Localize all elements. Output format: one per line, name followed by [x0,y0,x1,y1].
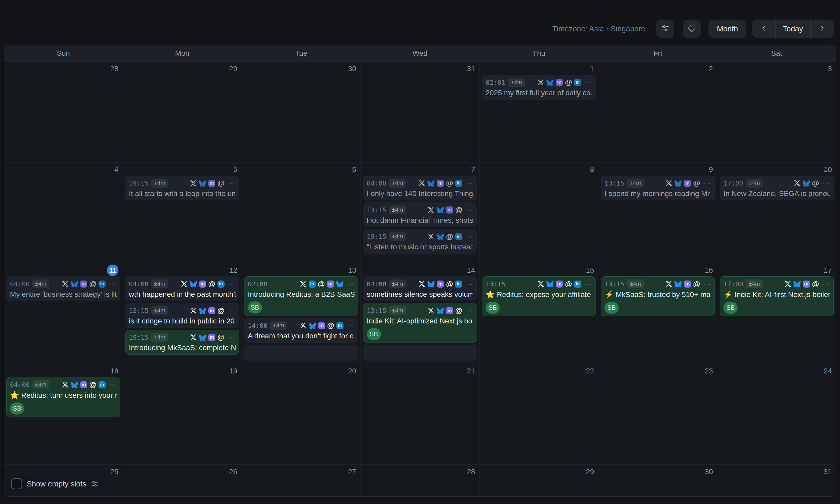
more-options-icon[interactable]: ⋯ [347,280,355,288]
event-card-clipped[interactable] [244,345,358,361]
more-options-icon[interactable]: ⋯ [822,179,830,187]
threads-icon: @ [218,179,225,187]
event-time: 04:00 [10,280,30,288]
day-cell: 3 [717,62,836,162]
more-options-icon[interactable]: ⋯ [466,306,473,315]
event-card-clipped[interactable] [363,345,477,361]
event-card[interactable]: 14:00±4mm@in⋯A dream that you don’t figh… [244,318,358,343]
more-options-icon[interactable]: ⋯ [466,280,473,288]
toolbar: Timezone: Asia › Singapore Month Today [552,20,834,38]
slots-settings-button[interactable] [91,480,99,488]
date-number: 17 [824,266,832,274]
event-header: 13:15±4mm@⋯ [367,306,474,316]
event-card[interactable]: 19:15±4m@in⋯“Listen to music or sports i… [363,229,477,254]
day-cell: 102:01±4mm@in⋯2025 my first full year of… [479,62,598,162]
event-time: 13:15 [367,206,387,214]
event-title: I only have 140 Interesting Things... [367,190,474,198]
event-card[interactable]: 02:01±4mm@in⋯2025 my first full year of … [482,75,596,100]
event-card[interactable]: 19:15±4mm@⋯It all starts with a leap int… [125,176,239,200]
event-title: wth happened in the past month?... [129,290,236,299]
day-cell: 1017:00±4m@⋯In New Zealand, SEGA is pron… [717,162,836,263]
day-cell: 22 [479,364,598,465]
day-events [4,175,123,263]
event-card[interactable]: 13:15±4mm@⋯Indie Kit: AI-optimized Next.… [363,303,477,343]
date-row: 21 [361,364,479,377]
date-row: 4 [4,162,123,175]
event-card[interactable]: 13:15±4mm@⋯is it cringe to build in publ… [125,303,239,328]
date-row: 6 [242,162,361,175]
bluesky-icon [309,322,316,329]
next-month-button[interactable] [811,20,834,38]
event-card[interactable]: 17:00±4m@⋯In New Zealand, SEGA is pronou… [720,176,834,200]
bluesky-icon [199,334,206,341]
threads-icon: @ [208,280,216,288]
date-row: 9 [598,162,717,175]
linkedin-icon: in [309,281,316,288]
more-options-icon[interactable]: ⋯ [703,280,711,288]
event-card[interactable]: 17:00±4mm@⋯⚡ Indie Kit: AI-first Next.js… [720,276,834,317]
mastodon-icon: m [80,281,87,288]
today-button[interactable]: Today [775,20,810,38]
day-cell: 1404:00±4mm@in⋯sometimes silence speaks … [361,263,479,364]
date-number: 13 [348,266,356,274]
linkedin-icon: in [218,281,225,288]
more-options-icon[interactable]: ⋯ [109,380,117,389]
event-header: 14:00±4mm@in⋯ [248,321,355,330]
more-options-icon[interactable]: ⋯ [347,321,355,330]
event-card[interactable]: 04:00±4mm@in⋯My entire 'business strateg… [6,276,120,301]
flex-time-badge: ±4m [627,179,644,187]
more-options-icon[interactable]: ⋯ [228,306,236,315]
view-mode-button[interactable]: Month [708,20,747,38]
more-options-icon[interactable]: ⋯ [228,179,236,187]
more-options-icon[interactable]: ⋯ [466,232,473,241]
date-number: 29 [586,468,594,476]
date-number: 6 [352,165,356,174]
x-twitter-icon [785,281,791,287]
day-events [361,377,479,465]
event-card[interactable]: 04:00±4mm@in⋯I only have 140 Interesting… [363,176,477,200]
event-title: “Listen to music or sports instead... [367,243,474,251]
more-options-icon[interactable]: ⋯ [822,280,830,288]
event-card[interactable]: 04:00±4mm@in⋯sometimes silence speaks vo… [363,276,477,301]
date-row: 5 [123,162,242,175]
more-options-icon[interactable]: ⋯ [228,280,236,288]
event-card[interactable]: 13:15±4mm@⋯Hot damn Financial Times, sho… [363,202,477,227]
event-card[interactable]: 13:15±4mm@⋯⚡ MkSaaS: trusted by 510+ mak… [601,276,715,317]
show-empty-slots-checkbox[interactable] [11,478,22,489]
more-options-icon[interactable]: ⋯ [466,179,473,187]
bluesky-icon [336,281,343,287]
event-card[interactable]: 02:00in@m⋯Introducing Reditus: a B2B Saa… [244,276,358,316]
more-options-icon[interactable]: ⋯ [466,206,473,214]
date-row: 30 [598,465,717,477]
day-cell: 1804:00±4mm@in⋯⭐ Reditus: turn users int… [4,364,123,465]
filter-slots-button[interactable] [656,20,674,38]
more-options-icon[interactable]: ⋯ [109,280,117,288]
day-cell: 27 [242,465,361,497]
prev-month-button[interactable] [752,20,775,38]
flex-time-badge: ±4m [746,280,763,288]
more-options-icon[interactable]: ⋯ [585,78,592,87]
event-card[interactable]: 04:00±4mm@in⋯⭐ Reditus: turn users into … [6,377,120,417]
bluesky-icon [546,281,554,287]
event-card[interactable]: 13:15m@in⋯⭐ Reditus: expose your affilia… [482,276,596,317]
event-header: 17:00±4m@⋯ [723,178,830,188]
linkedin-icon: in [455,281,462,288]
date-row: 8 [479,162,598,175]
tag-filter-button[interactable] [683,20,701,38]
month-calendar: SunMonTueWedThuFriSat 28293031102:01±4mm… [4,45,836,497]
more-options-icon[interactable]: ⋯ [585,280,592,288]
flex-time-badge: ±4m [389,179,406,187]
day-events [717,74,836,162]
more-options-icon[interactable]: ⋯ [703,179,711,187]
weekday-label: Sun [4,49,123,58]
event-card[interactable]: 19:15±4mm@⋯Introducing MkSaaS: complete … [125,330,239,355]
more-options-icon[interactable]: ⋯ [228,333,236,342]
day-cell: 28 [4,62,123,162]
day-events: 13:15±4mm@⋯I spend my mornings reading M… [598,175,717,263]
threads-icon: @ [318,280,325,288]
event-card[interactable]: 04:00±4mm@in⋯wth happened in the past mo… [125,276,239,301]
channel-icons: @⋯ [794,179,830,187]
event-card[interactable]: 13:15±4mm@⋯I spend my mornings reading M… [601,176,715,200]
show-empty-slots-label: Show empty slots [27,480,86,488]
day-events: 04:00±4mm@in⋯⭐ Reditus: turn users into … [4,377,123,465]
